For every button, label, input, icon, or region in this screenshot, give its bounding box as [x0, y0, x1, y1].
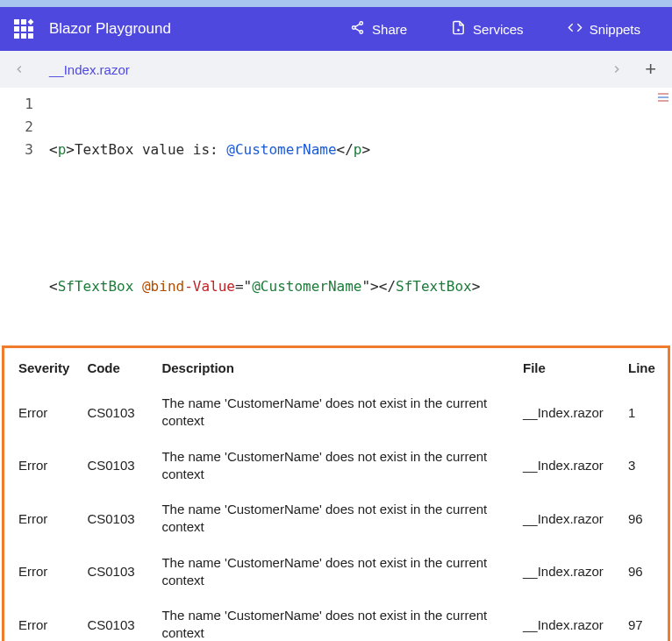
window-chrome [0, 0, 672, 7]
share-label: Share [372, 22, 407, 37]
svg-point-1 [353, 26, 356, 30]
tab-prev-button[interactable] [7, 57, 32, 82]
cell-line: 97 [619, 598, 668, 641]
col-description: Description [153, 348, 514, 386]
code-line: <SfTextBox @bind-Value="@CustomerName"><… [49, 275, 480, 298]
code-area[interactable]: <p>TextBox value is: @CustomerName</p> <… [49, 88, 480, 344]
cell-severity: Error [4, 439, 78, 493]
error-table: Severity Code Description File Line Erro… [4, 348, 668, 641]
cell-file: __Index.razor [514, 386, 619, 439]
cell-code: CS0103 [78, 598, 153, 641]
tab-next-button[interactable] [604, 57, 629, 82]
tab-index-razor[interactable]: __Index.razor [39, 59, 140, 81]
app-logo-icon [14, 19, 33, 39]
error-row[interactable]: ErrorCS0103The name 'CustomerName' does … [4, 386, 668, 439]
error-header-row: Severity Code Description File Line [4, 348, 668, 386]
code-line: <p>TextBox value is: @CustomerName</p> [49, 139, 480, 161]
cell-file: __Index.razor [514, 439, 619, 493]
cell-severity: Error [4, 492, 78, 545]
error-row[interactable]: ErrorCS0103The name 'CustomerName' does … [4, 439, 668, 493]
col-severity: Severity [4, 348, 78, 386]
cell-line: 96 [619, 545, 668, 599]
error-row[interactable]: ErrorCS0103The name 'CustomerName' does … [4, 492, 668, 545]
cell-description: The name 'CustomerName' does not exist i… [153, 439, 514, 493]
cell-file: __Index.razor [514, 545, 619, 599]
line-no: 1 [0, 93, 33, 116]
line-no: 3 [0, 139, 33, 161]
snippets-label: Snippets [590, 22, 640, 37]
error-panel: Severity Code Description File Line Erro… [2, 345, 670, 641]
top-nav: Blazor Playground Share Services Snippet… [0, 7, 672, 51]
tab-add-button[interactable]: + [636, 58, 665, 81]
col-code: Code [78, 348, 153, 386]
cell-description: The name 'CustomerName' does not exist i… [153, 492, 514, 545]
cell-severity: Error [4, 545, 78, 599]
share-icon [350, 20, 365, 38]
error-row[interactable]: ErrorCS0103The name 'CustomerName' does … [4, 598, 668, 641]
cell-file: __Index.razor [514, 492, 619, 545]
cell-code: CS0103 [78, 545, 153, 599]
error-row[interactable]: ErrorCS0103The name 'CustomerName' does … [4, 545, 668, 599]
code-line [49, 207, 480, 230]
minimap[interactable] [658, 93, 668, 103]
col-file: File [514, 348, 619, 386]
cell-line: 3 [619, 439, 668, 493]
code-editor[interactable]: 1 2 3 <p>TextBox value is: @CustomerName… [0, 88, 672, 344]
cell-code: CS0103 [78, 439, 153, 493]
cell-description: The name 'CustomerName' does not exist i… [153, 598, 514, 641]
cell-severity: Error [4, 386, 78, 439]
services-icon [451, 20, 466, 38]
snippets-icon [568, 20, 583, 38]
svg-line-4 [355, 28, 360, 31]
brand-title: Blazor Playground [49, 20, 171, 38]
svg-line-3 [355, 24, 360, 26]
svg-point-0 [360, 22, 363, 25]
line-no: 2 [0, 116, 33, 139]
services-label: Services [473, 22, 524, 37]
cell-file: __Index.razor [514, 598, 619, 641]
share-button[interactable]: Share [350, 20, 407, 38]
cell-severity: Error [4, 598, 78, 641]
cell-code: CS0103 [78, 386, 153, 439]
cell-line: 1 [619, 386, 668, 439]
cell-description: The name 'CustomerName' does not exist i… [153, 545, 514, 599]
cell-description: The name 'CustomerName' does not exist i… [153, 386, 514, 439]
cell-line: 96 [619, 492, 668, 545]
snippets-button[interactable]: Snippets [568, 20, 640, 38]
services-button[interactable]: Services [451, 20, 524, 38]
cell-code: CS0103 [78, 492, 153, 545]
svg-point-2 [360, 31, 363, 34]
gutter: 1 2 3 [0, 88, 49, 344]
col-line: Line [619, 348, 668, 386]
tab-bar: __Index.razor + [0, 51, 672, 88]
